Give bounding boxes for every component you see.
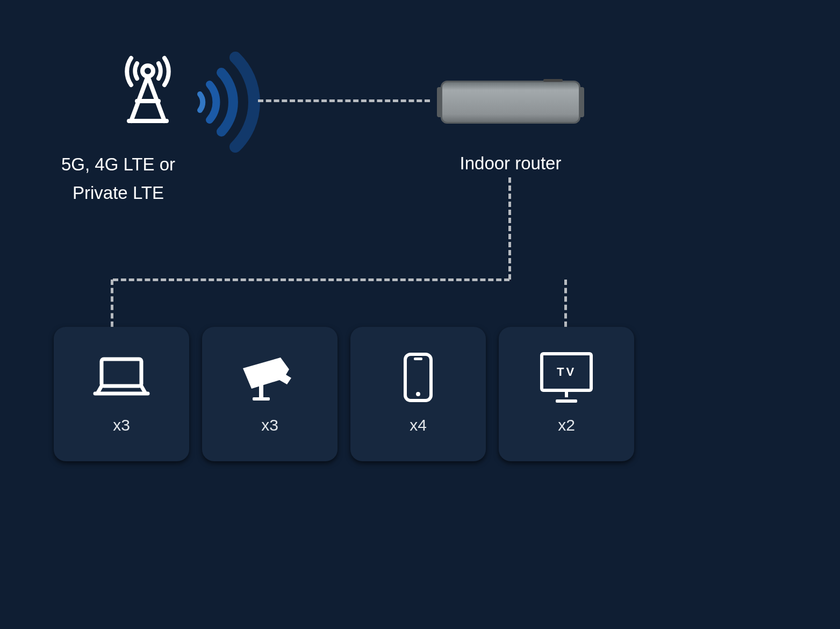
device-count: x4 [410, 416, 427, 434]
device-count: x3 [113, 416, 130, 434]
svg-rect-2 [259, 383, 263, 399]
device-card-phone: x4 [350, 327, 486, 461]
cell-tower-icon [118, 54, 177, 126]
device-cards: x3 x3 x4 [54, 327, 634, 461]
source-label: 5G, 4G LTE or Private LTE [46, 151, 191, 208]
svg-rect-3 [253, 397, 270, 401]
tv-text: TV [557, 365, 576, 379]
device-count: x3 [261, 416, 278, 434]
device-card-tv: TV x2 [499, 327, 634, 461]
source-label-line1: 5G, 4G LTE or [46, 151, 191, 179]
tv-icon: TV [540, 354, 593, 401]
device-card-camera: x3 [202, 327, 338, 461]
link-source-to-router [258, 99, 430, 102]
router-label: Indoor router [441, 153, 580, 174]
svg-point-6 [416, 392, 420, 396]
security-camera-icon [238, 354, 302, 401]
smartphone-icon [402, 354, 434, 401]
device-count: x2 [558, 416, 575, 434]
link-to-card-1 [111, 280, 113, 327]
link-bus [113, 278, 509, 281]
link-to-card-4 [564, 280, 567, 327]
link-router-down [508, 177, 511, 280]
device-card-laptop: x3 [54, 327, 189, 461]
indoor-router-icon [441, 81, 580, 124]
svg-rect-1 [102, 359, 141, 386]
source-label-line2: Private LTE [46, 179, 191, 208]
svg-rect-5 [414, 358, 422, 360]
laptop-icon [92, 354, 151, 401]
signal-waves-icon [188, 46, 263, 161]
